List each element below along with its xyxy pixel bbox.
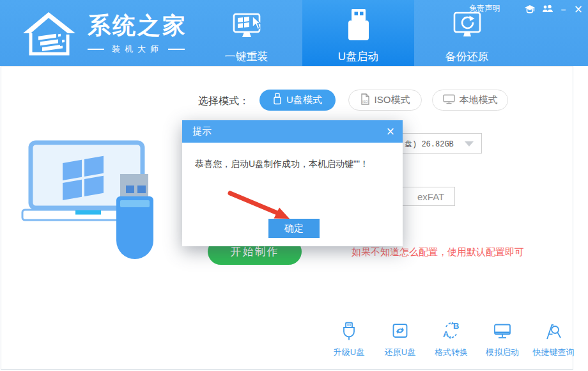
tool-format-convert[interactable]: A B 格式转换 [426,321,477,358]
dialog-close-icon[interactable]: × [386,125,395,138]
dialog-message: 恭喜您，启动U盘制作成功，本机启动键""！ [195,159,369,170]
usb-mode-icon [273,93,282,107]
tab-label: U盘启动 [338,49,378,64]
iso-letters: ISO [362,99,368,103]
tool-label: 升级U盘 [334,347,364,358]
disclaimer-link[interactable]: 免责声明 [469,3,500,14]
tool-usb-upgrade[interactable]: 升级U盘 [323,321,375,358]
hotkey-query-icon [544,321,563,343]
mode-local-button[interactable]: 本地模式 [432,90,508,111]
tab-usb-boot[interactable]: U盘启动 [302,0,414,73]
iso-mode-icon: ISO [360,93,370,107]
mode-label: ISO模式 [375,94,410,106]
header-bar: 系统之家 装机大师 [0,0,588,66]
house-logo-icon [19,8,80,61]
one-key-reinstall-icon [229,8,264,45]
tool-usb-restore[interactable]: 还原U盘 [375,321,426,358]
mode-label: U盘模式 [286,94,322,106]
dialog-title-bar: 提示 × [182,120,403,143]
tool-label: 快捷键查询 [533,347,575,358]
brand-title: 系统之家 [88,14,187,37]
decorative-dash [88,49,104,50]
tab-label: 一键重装 [225,49,268,64]
mode-label: 本地模式 [460,94,498,106]
tab-label: 备份还原 [445,49,489,64]
usb-device-value: 盘) 26.82GB [405,139,454,150]
format-convert-icon: A B [442,321,461,343]
config-hint-text: 如果不知道怎么配置，使用默认配置即可 [352,246,524,258]
tool-simulate-boot[interactable]: 模拟启动 [477,321,528,358]
users-icon[interactable] [542,4,553,13]
mode-iso-button[interactable]: ISO ISO模式 [348,90,422,111]
minimize-button[interactable]: – [561,4,566,13]
laptop-usb-illustration [16,138,163,265]
convert-from-letter: A [443,329,449,339]
tool-label: 格式转换 [435,347,468,358]
local-mode-icon [443,94,455,107]
footer-toolbar: 升级U盘 还原U盘 A B [323,321,579,358]
tip-dialog: 提示 × 恭喜您，启动U盘制作成功，本机启动键""！ 确定 [182,120,403,246]
brand-subtitle: 装机大师 [112,43,163,55]
dialog-ok-button[interactable]: 确定 [268,219,320,238]
mode-usb-button[interactable]: U盘模式 [259,90,336,111]
graduation-cap-icon[interactable] [524,4,536,13]
mode-selector-label: 选择模式： [198,95,249,108]
tool-label: 还原U盘 [385,347,415,358]
simulate-boot-icon [493,321,512,343]
tab-one-key-reinstall[interactable]: 一键重装 [190,0,302,74]
usb-upgrade-icon [339,321,359,343]
chevron-down-icon [465,141,474,146]
tool-label: 模拟启动 [486,347,519,358]
close-button[interactable]: × [574,4,583,13]
convert-to-letter: B [453,321,459,331]
format-value: exFAT [417,191,444,202]
usb-boot-icon [341,7,376,45]
brand-logo: 系统之家 装机大师 [19,8,187,61]
dialog-title: 提示 [192,125,212,138]
usb-restore-icon [391,321,410,343]
decorative-dash [168,49,185,50]
tool-hotkey-query[interactable]: 快捷键查询 [528,321,579,358]
app-window: 系统之家 装机大师 [0,0,588,371]
